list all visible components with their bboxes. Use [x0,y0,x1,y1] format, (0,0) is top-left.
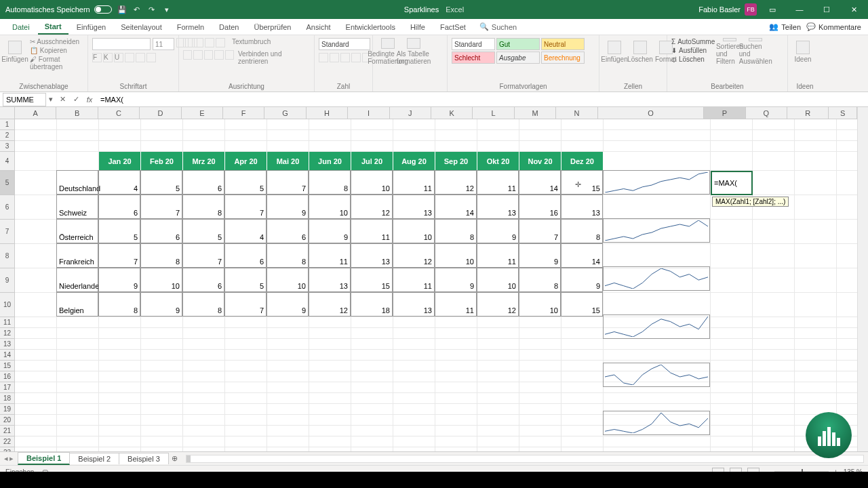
cell-G21[interactable] [267,426,309,436]
col-header-M[interactable]: M [515,107,556,119]
cell-P20[interactable] [711,415,753,426]
cell-J15[interactable] [393,361,435,371]
cell-P9[interactable] [711,268,753,293]
cell-B12[interactable] [57,328,99,339]
cell-J18[interactable] [393,393,435,404]
cell-H16[interactable] [309,371,351,382]
cell-J20[interactable] [393,415,435,426]
cell-N12[interactable] [561,328,604,339]
data-cell[interactable]: 18 [351,292,393,317]
cell-P23[interactable] [711,447,753,451]
sparkline[interactable] [603,411,710,435]
cell-N17[interactable] [561,382,604,393]
row-header-11[interactable]: 11 [0,317,14,328]
cell-F1[interactable] [225,119,267,130]
row-header-19[interactable]: 19 [0,404,14,415]
cell-J21[interactable] [393,426,435,436]
cell-K19[interactable] [435,404,477,415]
row-header-13[interactable]: 13 [0,339,14,350]
row-header-12[interactable]: 12 [0,328,14,339]
cell-I2[interactable] [351,130,393,141]
tab-layout[interactable]: Seitenlayout [114,20,169,34]
cell-I21[interactable] [351,426,393,436]
cell-F17[interactable] [225,382,267,393]
col-header-O[interactable]: O [598,107,704,119]
cell-R17[interactable] [795,382,837,393]
save-icon[interactable]: 💾 [117,5,127,14]
data-cell[interactable]: 7 [267,170,309,195]
col-header-S[interactable]: S [829,107,857,119]
data-cell[interactable]: 10 [477,268,519,292]
cell-K13[interactable] [435,339,477,350]
cell-J11[interactable] [393,317,435,328]
close-button[interactable]: ✕ [842,0,865,19]
cell-L11[interactable] [477,317,519,328]
cell-I20[interactable] [351,415,393,426]
cell-J22[interactable] [393,436,435,447]
cell-L1[interactable] [477,119,519,130]
cell-B18[interactable] [57,393,99,404]
row-header-1[interactable]: 1 [0,119,14,130]
cell-R6[interactable] [795,195,837,220]
data-cell[interactable]: 16 [519,195,561,219]
tab-help[interactable]: Hilfe [403,20,432,34]
cell-Q2[interactable] [753,130,795,141]
cell-L20[interactable] [477,415,519,426]
data-cell[interactable]: 5 [98,219,140,243]
cell-A4[interactable] [15,152,57,171]
cell-L19[interactable] [477,404,519,415]
cell-R16[interactable] [795,371,837,382]
tab-data[interactable]: Daten [212,20,245,34]
col-header-H[interactable]: H [307,107,348,119]
cell-G23[interactable] [267,447,309,451]
data-cell[interactable]: 9 [267,195,309,219]
clear-button[interactable]: ◇ Löschen [671,56,715,63]
row-header-2[interactable]: 2 [0,130,14,141]
cell-N15[interactable] [561,361,604,371]
cell-G17[interactable] [267,382,309,393]
cell-B2[interactable] [57,130,99,141]
cell-C3[interactable] [99,141,141,152]
cell-O14[interactable] [604,350,711,361]
cell-R12[interactable] [795,328,837,339]
cell-I11[interactable] [351,317,393,328]
font-color-icon[interactable] [146,53,156,62]
cell-K16[interactable] [435,371,477,382]
cell-L22[interactable] [477,436,519,447]
row-header-10[interactable]: 10 [0,293,14,317]
data-cell[interactable]: 10 [435,243,477,268]
style-ausgabe[interactable]: Ausgabe [496,52,540,64]
cell-H11[interactable] [309,317,351,328]
row-header-4[interactable]: 4 [0,152,14,171]
cell-N11[interactable] [561,317,604,328]
cond-format-button[interactable]: Bedingte Formatierung [377,38,399,65]
month-header[interactable]: Sep 20 [435,152,477,171]
cell-G3[interactable] [267,141,309,152]
cell-H20[interactable] [309,415,351,426]
cell-D20[interactable] [141,415,183,426]
cell-F13[interactable] [225,339,267,350]
cell-O3[interactable] [604,141,711,152]
cell-Q18[interactable] [753,393,795,404]
cell-E11[interactable] [183,317,225,328]
data-cell[interactable]: 12 [309,292,351,317]
cell-Q8[interactable] [753,244,795,268]
cell-O8[interactable] [604,244,711,268]
col-header-R[interactable]: R [787,107,829,119]
cell-R10[interactable] [795,293,837,317]
cell-A17[interactable] [15,382,57,393]
col-header-J[interactable]: J [390,107,431,119]
data-cell[interactable]: 13 [393,292,435,317]
data-cell[interactable]: 15 [561,292,603,317]
country-label[interactable]: Frankreich [56,243,98,268]
cell-L15[interactable] [477,361,519,371]
fx-button[interactable]: fx [83,96,96,104]
cell-G22[interactable] [267,436,309,447]
cell-E18[interactable] [183,393,225,404]
name-box[interactable]: SUMME [3,93,46,106]
cell-K23[interactable] [435,447,477,451]
row-header-22[interactable]: 22 [0,436,14,447]
cell-A20[interactable] [15,415,57,426]
cell-N1[interactable] [561,119,604,130]
data-cell[interactable]: 11 [393,268,435,292]
